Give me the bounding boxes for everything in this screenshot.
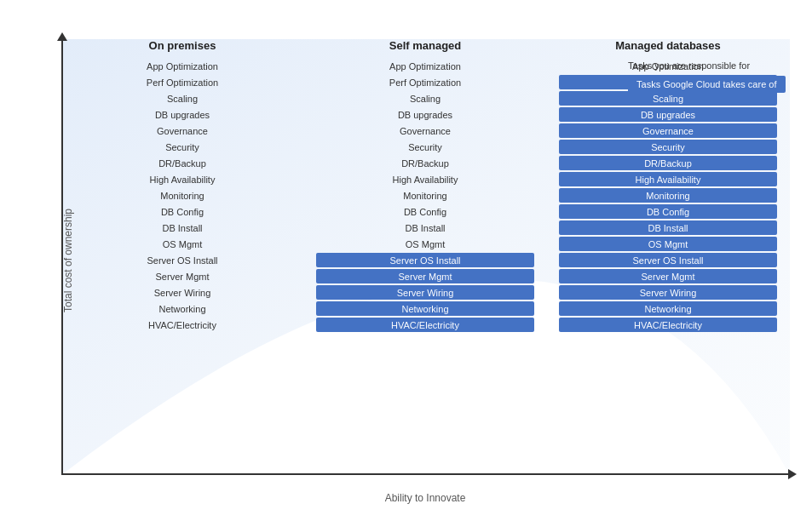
row-item-self-managed-0: App Optimization	[316, 59, 535, 73]
row-item-managed-databases-4: Governance	[559, 123, 778, 138]
row-item-on-premises-6: DR/Backup	[73, 156, 292, 170]
row-item-self-managed-8: Monitoring	[316, 188, 535, 203]
row-item-on-premises-15: Networking	[73, 301, 292, 316]
row-item-self-managed-1: Perf Optimization	[316, 75, 535, 89]
row-item-managed-databases-9: DB Config	[559, 204, 778, 219]
column-managed-databases: Managed databasesApp OptimizationPerf Op…	[547, 39, 790, 469]
row-item-self-managed-15: Networking	[316, 301, 535, 316]
columns-area: On premisesApp OptimizationPerf Optimiza…	[61, 39, 790, 469]
row-item-on-premises-9: DB Config	[73, 204, 292, 219]
column-self-managed: Self managedApp OptimizationPerf Optimiz…	[304, 39, 547, 469]
row-item-self-managed-11: OS Mgmt	[316, 237, 535, 251]
x-axis-label: Ability to Innovate	[61, 492, 790, 504]
row-item-self-managed-6: DR/Backup	[316, 156, 535, 170]
row-item-self-managed-4: Governance	[316, 123, 535, 138]
chart-container: Total cost of ownership Ability to Innov…	[14, 14, 798, 507]
row-item-managed-databases-2: Scaling	[559, 91, 778, 106]
row-item-on-premises-1: Perf Optimization	[73, 75, 292, 89]
row-item-managed-databases-5: Security	[559, 140, 778, 154]
row-item-self-managed-3: DB upgrades	[316, 107, 535, 122]
row-item-self-managed-9: DB Config	[316, 204, 535, 219]
row-item-on-premises-8: Monitoring	[73, 188, 292, 203]
column-header-managed-databases: Managed databases	[615, 39, 721, 52]
row-item-on-premises-16: HVAC/Electricity	[73, 318, 292, 332]
row-item-on-premises-5: Security	[73, 140, 292, 154]
x-axis	[61, 473, 790, 475]
row-item-on-premises-0: App Optimization	[73, 59, 292, 73]
row-item-self-managed-14: Server Wiring	[316, 285, 535, 300]
row-item-managed-databases-12: Server OS Install	[559, 253, 778, 267]
row-item-managed-databases-15: Networking	[559, 301, 778, 316]
row-item-self-managed-16: HVAC/Electricity	[316, 318, 535, 332]
row-item-self-managed-10: DB Install	[316, 220, 535, 235]
row-item-managed-databases-7: High Availability	[559, 172, 778, 186]
row-item-self-managed-5: Security	[316, 140, 535, 154]
row-item-self-managed-2: Scaling	[316, 91, 535, 106]
row-item-managed-databases-11: OS Mgmt	[559, 237, 778, 251]
legend-google-badge: Tasks Google Cloud takes care of	[628, 76, 785, 93]
row-item-self-managed-7: High Availability	[316, 172, 535, 186]
row-item-self-managed-13: Server Mgmt	[316, 269, 535, 283]
row-item-on-premises-4: Governance	[73, 123, 292, 138]
column-header-on-premises: On premises	[149, 39, 216, 52]
row-item-managed-databases-14: Server Wiring	[559, 285, 778, 300]
column-header-self-managed: Self managed	[389, 39, 462, 52]
legend-area: Tasks you are responsible for Tasks Goog…	[628, 60, 785, 93]
row-item-on-premises-12: Server OS Install	[73, 253, 292, 267]
legend-user-label: Tasks you are responsible for	[628, 60, 750, 71]
row-item-on-premises-10: DB Install	[73, 220, 292, 235]
row-item-managed-databases-6: DR/Backup	[559, 156, 778, 170]
row-item-on-premises-2: Scaling	[73, 91, 292, 106]
row-item-managed-databases-8: Monitoring	[559, 188, 778, 203]
row-item-managed-databases-16: HVAC/Electricity	[559, 318, 778, 332]
row-item-on-premises-13: Server Mgmt	[73, 269, 292, 283]
row-item-on-premises-3: DB upgrades	[73, 107, 292, 122]
row-item-managed-databases-3: DB upgrades	[559, 107, 778, 122]
x-axis-arrow	[788, 469, 797, 479]
row-item-on-premises-11: OS Mgmt	[73, 237, 292, 251]
row-item-self-managed-12: Server OS Install	[316, 253, 535, 267]
row-item-on-premises-7: High Availability	[73, 172, 292, 186]
row-item-on-premises-14: Server Wiring	[73, 285, 292, 300]
row-item-managed-databases-10: DB Install	[559, 220, 778, 235]
row-item-managed-databases-13: Server Mgmt	[559, 269, 778, 283]
column-on-premises: On premisesApp OptimizationPerf Optimiza…	[61, 39, 304, 469]
